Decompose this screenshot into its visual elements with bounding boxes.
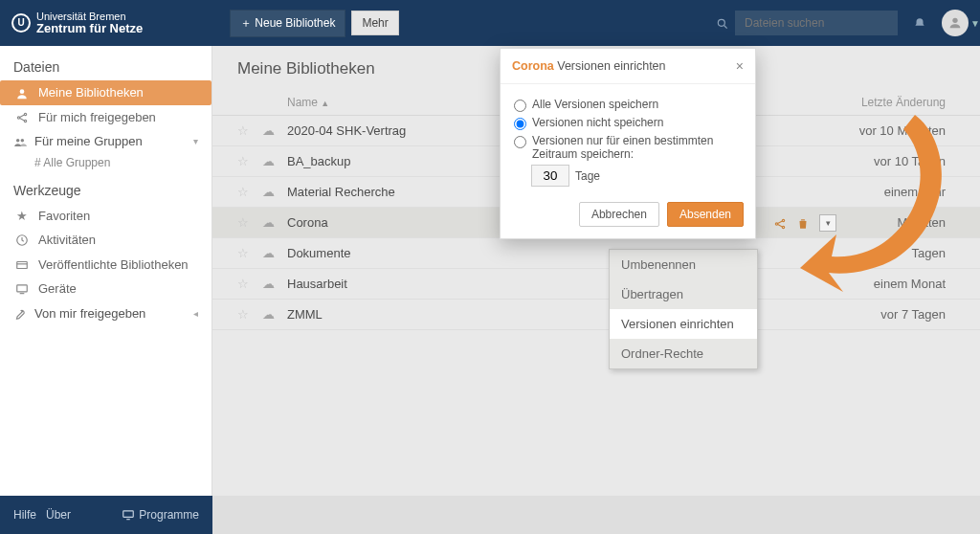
svg-point-6	[24, 120, 26, 122]
search-input[interactable]	[735, 11, 898, 35]
library-name[interactable]: Hausarbeit	[287, 277, 620, 291]
svg-line-1	[724, 26, 727, 29]
svg-line-20	[778, 224, 783, 226]
svg-point-16	[775, 222, 777, 224]
trash-icon[interactable]	[796, 214, 810, 230]
chevron-down-icon: ▼	[970, 18, 980, 29]
star-toggle[interactable]: ☆	[237, 246, 262, 260]
person-icon	[13, 85, 31, 100]
sidebar-section-files: Dateien	[0, 56, 212, 80]
library-icon: ☁	[262, 123, 287, 138]
days-input[interactable]	[531, 165, 569, 187]
library-name[interactable]: Dokumente	[287, 246, 620, 260]
sidebar-item-label: Geräte	[38, 281, 77, 296]
row-menu-button[interactable]: ▾	[819, 214, 836, 232]
radio-keep-none-input[interactable]	[514, 118, 526, 130]
sidebar-item-label: Veröffentlichte Bibliotheken	[38, 257, 189, 272]
footer-about[interactable]: Über	[46, 508, 71, 522]
star-toggle[interactable]: ☆	[237, 154, 262, 168]
more-button[interactable]: Mehr	[351, 11, 398, 35]
svg-rect-21	[123, 511, 134, 517]
star-icon: ★	[13, 209, 31, 223]
library-icon: ☁	[262, 246, 287, 260]
table-row[interactable]: ☆ ☁ Hausarbeit einem Monat	[212, 269, 980, 300]
history-settings-modal: Corona Versionen einrichten × Alle Versi…	[500, 48, 756, 239]
table-row[interactable]: ☆ ☁ ZMML vor 7 Tagen	[212, 300, 980, 330]
star-toggle[interactable]: ☆	[237, 277, 262, 291]
svg-point-10	[21, 139, 24, 143]
sidebar-item-label: Von mir freigegeben	[34, 306, 145, 321]
sidebar-item-label: Favoriten	[38, 209, 90, 223]
star-toggle[interactable]: ☆	[237, 185, 262, 199]
star-toggle[interactable]: ☆	[237, 215, 262, 230]
menu-history-settings[interactable]: Versionen einrichten	[610, 309, 757, 339]
library-modified: Tagen	[792, 246, 955, 260]
library-icon: ☁	[262, 185, 287, 199]
sidebar-item-favorites[interactable]: ★ Favoriten	[0, 204, 212, 228]
radio-keep-limited-input[interactable]	[514, 136, 526, 148]
table-row[interactable]: ☆ ☁ Dokumente Tagen	[212, 238, 980, 269]
library-icon: ☁	[262, 215, 287, 230]
close-icon[interactable]: ×	[736, 58, 744, 74]
svg-line-7	[20, 115, 25, 117]
notifications-icon[interactable]	[913, 14, 926, 32]
svg-line-19	[778, 221, 783, 223]
footer-help[interactable]: Hilfe	[13, 508, 36, 522]
radio-keep-limited[interactable]: Versionen nur für einen bestimmten Zeitr…	[514, 134, 742, 161]
svg-point-2	[952, 18, 957, 23]
row-context-menu: Umbenennen Übertragen Versionen einricht…	[609, 249, 758, 369]
brand-logo-icon: U	[11, 13, 31, 33]
brand-line2: Zentrum für Netze	[36, 22, 143, 35]
share-icon[interactable]	[773, 214, 787, 230]
new-library-button[interactable]: ＋ Neue Bibliothek	[230, 10, 345, 37]
svg-rect-14	[17, 285, 28, 292]
svg-line-8	[20, 119, 25, 121]
svg-point-9	[16, 139, 20, 143]
svg-point-0	[718, 19, 724, 26]
sidebar-item-shared-with-me[interactable]: Für mich freigegeben	[0, 105, 212, 130]
menu-folder-permissions[interactable]: Ordner-Rechte	[610, 339, 757, 368]
svg-point-17	[782, 219, 784, 221]
library-modified: vor 10 Monaten	[792, 123, 955, 138]
library-modified: einem Monat	[792, 277, 955, 291]
search-icon	[716, 15, 729, 31]
radio-keep-all[interactable]: Alle Versionen speichern	[514, 98, 742, 112]
submit-button[interactable]: Absenden	[667, 202, 744, 227]
radio-keep-none[interactable]: Versionen nicht speichern	[514, 116, 742, 130]
library-icon: ☁	[262, 154, 287, 168]
library-name[interactable]: ZMML	[287, 307, 620, 322]
star-toggle[interactable]: ☆	[237, 123, 262, 138]
library-icon: ☁	[262, 277, 287, 291]
footer-programs[interactable]: Programme	[122, 508, 199, 523]
chevron-down-icon: ▾	[193, 136, 198, 146]
sidebar-item-activities[interactable]: Aktivitäten	[0, 228, 212, 253]
radio-keep-all-input[interactable]	[514, 100, 526, 112]
svg-point-5	[24, 113, 26, 115]
svg-point-3	[20, 89, 25, 94]
avatar[interactable]: ▼	[942, 10, 969, 36]
sidebar-item-published[interactable]: Veröffentlichte Bibliotheken	[0, 252, 212, 277]
column-name[interactable]: Name	[287, 96, 318, 109]
menu-rename[interactable]: Umbenennen	[610, 250, 757, 279]
sidebar: Dateien Meine Bibliotheken Für mich frei…	[0, 46, 212, 496]
star-toggle[interactable]: ☆	[237, 307, 262, 322]
cancel-button[interactable]: Abbrechen	[579, 202, 659, 227]
group-icon	[13, 134, 27, 149]
clock-icon	[13, 233, 31, 248]
modal-title: Corona Versionen einrichten	[512, 59, 666, 73]
column-modified[interactable]: Letzte Änderung	[792, 96, 955, 109]
sidebar-sub-all-groups[interactable]: # Alle Gruppen	[0, 156, 212, 169]
svg-point-4	[17, 117, 19, 119]
sort-asc-icon: ▲	[321, 99, 329, 108]
days-label: Tage	[575, 169, 600, 183]
sidebar-item-devices[interactable]: Geräte	[0, 277, 212, 301]
sidebar-item-my-libraries[interactable]: Meine Bibliotheken	[0, 80, 212, 105]
sidebar-item-shared-by-me[interactable]: Von mir freigegeben ◂	[0, 300, 212, 325]
sidebar-item-label: Für meine Gruppen	[34, 134, 143, 148]
device-icon	[13, 281, 31, 297]
sidebar-item-my-groups[interactable]: Für meine Gruppen ▾	[0, 129, 212, 154]
sidebar-item-label: Für mich freigegeben	[38, 110, 156, 124]
menu-transfer[interactable]: Übertragen	[610, 279, 757, 309]
footer: Hilfe Über Programme	[0, 496, 212, 534]
share-in-icon	[13, 110, 31, 125]
